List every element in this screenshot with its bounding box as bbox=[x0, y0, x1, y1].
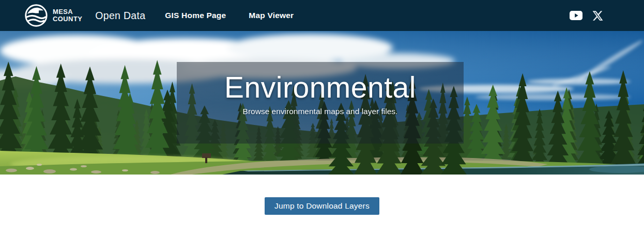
hero-overlay-panel: Environmental Browse environmental maps … bbox=[177, 62, 464, 144]
logo-text-line2: COUNTY bbox=[53, 15, 82, 23]
site-title[interactable]: Open Data bbox=[95, 10, 145, 22]
nav-gis-home-page[interactable]: GIS Home Page bbox=[165, 11, 226, 20]
brand: MESA COUNTY Open Data bbox=[25, 4, 145, 27]
jump-to-download-layers-button[interactable]: Jump to Download Layers bbox=[265, 197, 379, 215]
page-content: Jump to Download Layers bbox=[0, 197, 644, 237]
top-nav-bar: MESA COUNTY Open Data GIS Home Page Map … bbox=[0, 0, 644, 31]
page-title: Environmental bbox=[224, 71, 416, 104]
logo-text-line1: MESA bbox=[53, 8, 73, 15]
social-links bbox=[570, 10, 630, 21]
logo-text: MESA COUNTY bbox=[53, 8, 82, 23]
primary-nav: GIS Home Page Map Viewer bbox=[165, 11, 294, 20]
nav-map-viewer[interactable]: Map Viewer bbox=[249, 11, 294, 20]
youtube-icon[interactable] bbox=[570, 11, 582, 20]
page-subtitle: Browse environmental maps and layer file… bbox=[243, 107, 398, 116]
x-icon[interactable] bbox=[592, 10, 603, 21]
hero-banner: Environmental Browse environmental maps … bbox=[0, 31, 644, 175]
mesa-county-logo-icon[interactable] bbox=[25, 4, 48, 27]
